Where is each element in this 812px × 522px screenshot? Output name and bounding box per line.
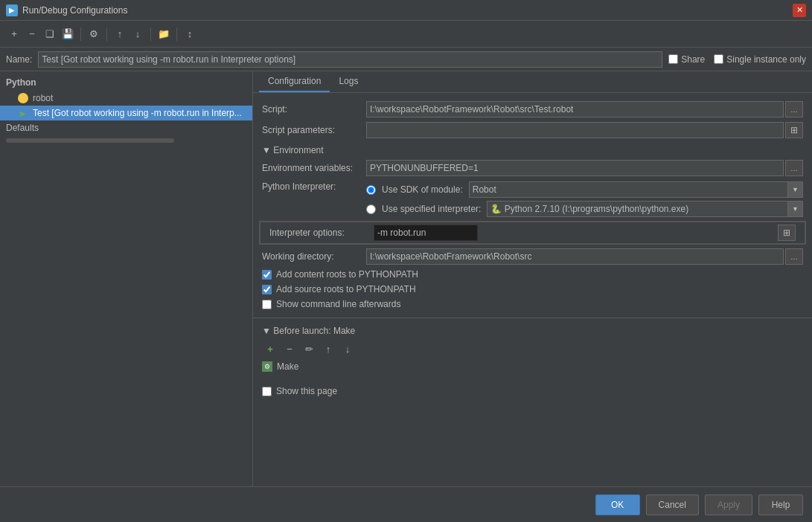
apply-button[interactable]: Apply <box>705 494 752 515</box>
environment-header: ▼ Environment <box>253 141 812 158</box>
name-label: Name: <box>6 54 32 65</box>
launch-up-button[interactable]: ↑ <box>320 341 336 357</box>
python-interpreter-section: Python Interpreter: Use SDK of module: R… <box>253 178 812 219</box>
share-checkbox-label[interactable]: Share <box>668 54 705 65</box>
show-command-line-checkbox[interactable] <box>262 300 272 309</box>
script-params-input[interactable] <box>366 122 784 138</box>
toolbar-sep-2 <box>106 28 107 41</box>
launch-remove-button[interactable]: − <box>281 341 298 357</box>
env-vars-input[interactable] <box>366 160 784 176</box>
interpreter-options-browse-button[interactable]: ⊞ <box>778 225 796 241</box>
move-down-button[interactable]: ↓ <box>130 26 146 42</box>
use-specified-row: Use specified interpreter: 🐍 Python 2.7.… <box>366 201 803 217</box>
specified-dropdown-arrow[interactable]: ▼ <box>788 201 803 217</box>
specified-interpreter-select[interactable]: 🐍 Python 2.7.10 (I:\programs\python\pyth… <box>487 201 788 217</box>
content-area: Python robot ▶ Test [Got robot working u… <box>0 71 812 486</box>
env-vars-browse-button[interactable]: … <box>785 160 803 176</box>
env-vars-row: Environment variables: … <box>253 158 812 178</box>
script-label: Script: <box>262 104 366 115</box>
main-container: + − ❏ 💾 ⚙ ↑ ↓ 📁 ↕ Name: Share Single ins… <box>0 21 812 522</box>
sidebar-item-defaults[interactable]: Defaults <box>0 120 252 135</box>
show-this-page-row: Show this page <box>253 380 812 402</box>
make-label: Make <box>277 361 298 372</box>
name-input[interactable] <box>38 51 662 68</box>
add-source-roots-row: Add source roots to PYTHONPATH <box>253 282 812 297</box>
before-launch-section: ▼ Before launch: Make + − ✏ ↑ ↓ ⚙ Make <box>253 318 812 374</box>
launch-add-button[interactable]: + <box>262 341 278 357</box>
add-content-roots-row: Add content roots to PYTHONPATH <box>253 267 812 282</box>
run-icon: ▶ <box>18 108 28 118</box>
sidebar-item-label: Test [Got robot working using -m robot.r… <box>33 108 242 118</box>
tab-logs[interactable]: Logs <box>330 71 367 92</box>
title-bar: ▶ Run/Debug Configurations ✕ <box>0 0 812 21</box>
working-dir-browse-button[interactable]: … <box>785 248 803 265</box>
sidebar-defaults-label: Defaults <box>6 123 39 133</box>
toolbar-sep-3 <box>150 28 151 41</box>
use-sdk-row: Use SDK of module: Robot ▼ <box>366 181 803 198</box>
show-this-page-label: Show this page <box>276 386 337 396</box>
launch-down-button[interactable]: ↓ <box>339 341 356 357</box>
tab-configuration[interactable]: Configuration <box>259 71 330 92</box>
before-launch-header: ▼ Before launch: Make <box>253 321 812 338</box>
use-sdk-radio[interactable] <box>366 185 376 195</box>
sdk-select-container: Robot ▼ <box>469 181 803 198</box>
sort-button[interactable]: ↕ <box>182 26 198 42</box>
bottom-bar: OK Cancel Apply Help <box>0 486 812 522</box>
interpreter-options-row: Interpreter options: ⊞ <box>259 221 806 245</box>
add-source-roots-label: Add source roots to PYTHONPATH <box>276 284 416 294</box>
launch-toolbar: + − ✏ ↑ ↓ <box>253 338 812 359</box>
move-up-button[interactable]: ↑ <box>112 26 128 42</box>
launch-edit-button[interactable]: ✏ <box>301 341 317 357</box>
add-source-roots-checkbox[interactable] <box>262 285 272 294</box>
save-config-button[interactable]: 💾 <box>60 26 76 42</box>
add-content-roots-checkbox[interactable] <box>262 270 272 280</box>
make-icon: ⚙ <box>262 361 272 372</box>
script-params-browse-button[interactable]: ⊞ <box>785 122 803 138</box>
sidebar: Python robot ▶ Test [Got robot working u… <box>0 71 253 486</box>
script-params-row: Script parameters: ⊞ <box>253 120 812 141</box>
config-content: Script: … Script parameters: ⊞ ▼ Environ… <box>253 93 812 486</box>
python-icon <box>18 93 28 103</box>
folder-button[interactable]: 📁 <box>156 26 172 42</box>
sidebar-item-robot[interactable]: robot <box>0 91 252 106</box>
help-button[interactable]: Help <box>758 494 803 515</box>
toolbar: + − ❏ 💾 ⚙ ↑ ↓ 📁 ↕ <box>0 21 812 48</box>
tab-bar: Configuration Logs <box>253 71 812 93</box>
use-specified-label: Use specified interpreter: <box>382 204 481 214</box>
use-sdk-label: Use SDK of module: <box>382 184 463 195</box>
launch-item-make: ⚙ Make <box>253 359 812 374</box>
cancel-button[interactable]: Cancel <box>646 494 699 515</box>
specified-select-container: 🐍 Python 2.7.10 (I:\programs\python\pyth… <box>487 201 803 217</box>
share-checkbox[interactable] <box>668 54 678 64</box>
ok-button[interactable]: OK <box>595 494 640 515</box>
copy-config-button[interactable]: ❏ <box>42 26 58 42</box>
show-this-page-checkbox[interactable] <box>262 387 272 396</box>
close-button[interactable]: ✕ <box>793 4 806 17</box>
show-command-line-label: Show command line afterwards <box>276 299 400 309</box>
sdk-dropdown-arrow[interactable]: ▼ <box>788 181 803 198</box>
working-dir-input[interactable] <box>366 248 784 265</box>
script-browse-button[interactable]: … <box>785 101 803 117</box>
use-specified-radio[interactable] <box>366 204 376 214</box>
remove-config-button[interactable]: − <box>24 26 40 42</box>
right-panel: Configuration Logs Script: … Script para… <box>253 71 812 486</box>
toolbar-sep-4 <box>176 28 177 41</box>
sidebar-item-test[interactable]: ▶ Test [Got robot working using -m robot… <box>0 106 252 120</box>
app-icon: ▶ <box>6 4 18 16</box>
sidebar-python-header: Python <box>0 74 252 91</box>
script-input[interactable] <box>366 101 784 117</box>
sdk-select[interactable]: Robot <box>469 181 788 198</box>
interpreter-options-label: Interpreter options: <box>269 228 374 238</box>
add-config-button[interactable]: + <box>6 26 22 42</box>
working-dir-label: Working directory: <box>262 251 366 262</box>
single-instance-checkbox[interactable] <box>714 54 723 64</box>
working-dir-row: Working directory: … <box>253 246 812 267</box>
interpreter-options-input[interactable] <box>374 225 478 241</box>
settings-button[interactable]: ⚙ <box>86 26 102 42</box>
python-interpreter-label: Python Interpreter: <box>262 181 366 192</box>
sidebar-item-label: robot <box>33 93 53 103</box>
single-instance-checkbox-label[interactable]: Single instance only <box>714 54 806 65</box>
name-row: Name: Share Single instance only <box>0 48 812 71</box>
show-command-line-row: Show command line afterwards <box>253 297 812 312</box>
add-content-roots-label: Add content roots to PYTHONPATH <box>276 269 418 280</box>
